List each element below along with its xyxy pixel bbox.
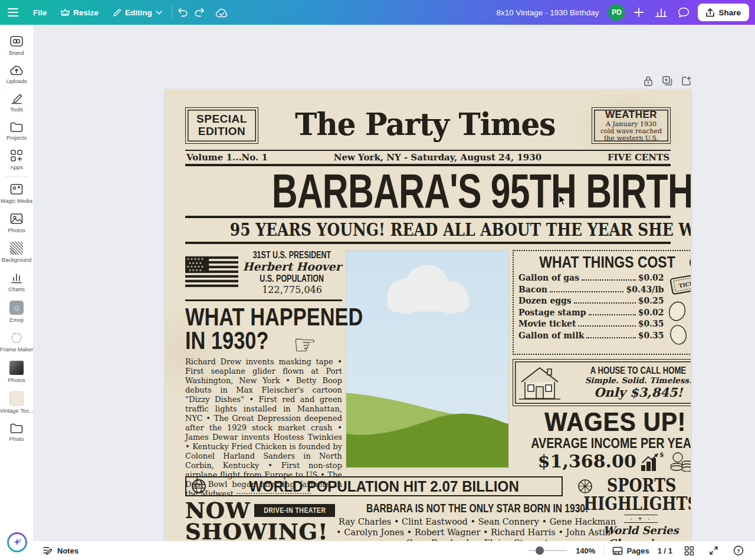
pointing-finger-icon: ☞ (293, 330, 316, 360)
sidebar-item-brand[interactable]: Brand (0, 31, 33, 60)
pages-button[interactable]: Pages (612, 546, 649, 555)
insights-button[interactable] (653, 4, 669, 21)
population-label: U.S. POPULATION (260, 274, 324, 284)
pages-icon (612, 546, 623, 555)
cloud-save-status-button[interactable] (214, 4, 230, 21)
landscape-photo-placeholder[interactable] (346, 250, 509, 468)
uploads-icon (9, 64, 24, 76)
population-banner[interactable]: WORLD POPULATION HIT 2.07 BILLION (185, 476, 563, 496)
house-illustration (518, 363, 562, 402)
statusbar-divider (603, 546, 604, 555)
cost-row: Postage stamp$0.02 (518, 307, 664, 319)
cost-row: Movie ticket$0.35 (518, 318, 664, 330)
page-controls (642, 74, 692, 87)
emoji-icon: ☺ (9, 301, 24, 315)
sidebar-item-projects[interactable]: Projects (0, 117, 33, 145)
editing-mode-selector[interactable]: Editing (106, 0, 169, 25)
sidebar-item-photos-result[interactable]: Photos (0, 357, 33, 387)
grid-view-button[interactable] (681, 542, 697, 559)
sidebar-label: Photos (8, 377, 25, 383)
zoom-level[interactable]: 140% (576, 546, 595, 555)
notes-label: Notes (57, 546, 78, 555)
sidebar-label: Projects (6, 134, 27, 141)
notes-button[interactable]: Notes (42, 546, 78, 555)
fullscreen-button[interactable] (705, 542, 722, 559)
volume-number: Volume 1...No. 1 (186, 152, 268, 163)
canva-assistant-button[interactable] (7, 532, 27, 552)
main-headline[interactable]: BARBARA'S 95TH BIRTHDAY (185, 167, 671, 215)
share-label: Share (718, 8, 741, 17)
president-label: 31ST U.S. PRESIDENT (253, 250, 331, 261)
magic-media-icon (9, 183, 24, 196)
svg-text:★ ★ ★ ★: ★ ★ ★ ★ (189, 268, 202, 272)
svg-text:$: $ (659, 451, 664, 459)
subheadline[interactable]: 95 YEARS YOUNG! READ ALL ABOUT THE YEAR … (185, 219, 671, 241)
sidebar-item-apps[interactable]: Apps (0, 145, 33, 174)
what-happened-title[interactable]: WHAT HAPPENED IN 1930?☞ (185, 305, 342, 354)
document-title[interactable]: 8x10 Vintage - 1930 Birthday (497, 8, 599, 17)
add-page-button[interactable] (680, 74, 692, 87)
sidebar-item-photos[interactable]: Photos (0, 208, 33, 238)
president-section[interactable]: ★ ★ ★ ★ ★★ ★ ★ ★★ ★ ★ ★ ★★ ★ ★ ★ 31ST U.… (185, 250, 342, 301)
sidebar-label: Vintage Tex... (0, 407, 34, 414)
main-menu-button[interactable] (0, 0, 26, 25)
pages-label: Pages (626, 546, 649, 555)
masthead-title[interactable]: The Party Times (258, 105, 592, 144)
costs-title: WHAT THINGS COST (540, 253, 675, 271)
sidebar-item-emoji[interactable]: ☺ Emoji (0, 297, 33, 327)
sidebar-label: Tools (10, 106, 23, 113)
house-ad-box[interactable]: A HOUSE TO CALL HOME Simple. Solid. Time… (513, 359, 691, 406)
edition-line2: EDITION (198, 126, 246, 138)
sidebar-item-frame-maker[interactable]: Frame Maker (0, 327, 33, 357)
special-edition-badge[interactable]: SPECIAL EDITION (185, 107, 258, 144)
invite-members-button[interactable] (631, 4, 647, 21)
sidebar-item-charts[interactable]: Charts (0, 267, 33, 297)
sidebar-item-uploads[interactable]: Uploads (0, 60, 33, 88)
photo-folder-icon (9, 422, 24, 434)
editing-label: Editing (125, 8, 152, 17)
sidebar-item-background[interactable]: Background (0, 238, 33, 267)
avatar[interactable]: PD (608, 4, 625, 21)
sidebar-item-photo-folder[interactable]: Photo (0, 418, 33, 446)
help-icon: ? (733, 545, 744, 556)
comments-button[interactable] (675, 4, 692, 21)
sidebar-label: Apps (10, 164, 23, 170)
sidebar-divider (5, 176, 28, 177)
sidebar-item-tools[interactable]: Tools (0, 88, 33, 117)
wages-section[interactable]: WAGES UP! AVERAGE INCOME PER YEAR $1,368… (513, 409, 691, 472)
fullscreen-icon (709, 546, 718, 555)
notes-icon (42, 546, 52, 555)
us-flag-illustration: ★ ★ ★ ★ ★★ ★ ★ ★★ ★ ★ ★ ★★ ★ ★ ★ (185, 250, 238, 294)
lock-page-button[interactable] (642, 74, 655, 87)
duplicate-page-button[interactable] (661, 74, 674, 87)
redo-button[interactable] (191, 4, 208, 21)
zoom-slider[interactable] (528, 550, 567, 551)
what-things-cost-box[interactable]: WHAT THINGS COST $ Gallon of gas$0.02 Ba… (513, 250, 691, 355)
design-page[interactable]: SPECIAL EDITION The Party Times WEATHER … (165, 90, 691, 560)
canvas-workspace[interactable]: SPECIAL EDITION The Party Times WEATHER … (33, 25, 755, 541)
globe-icon (191, 479, 206, 494)
zoom-slider-knob[interactable] (536, 546, 544, 555)
resize-button[interactable]: Resize (54, 0, 106, 25)
sidebar-item-vintage-texture[interactable]: Vintage Tex... (0, 387, 33, 418)
sparkle-icon (12, 537, 22, 548)
undo-button[interactable] (175, 4, 191, 21)
help-button[interactable]: ? (730, 542, 747, 559)
price: FIVE CENTS (608, 152, 669, 163)
wages-title: WAGES UP! (544, 409, 686, 436)
newspaper-columns: ★ ★ ★ ★ ★★ ★ ★ ★★ ★ ★ ★ ★★ ★ ★ ★ 31ST U.… (185, 250, 671, 472)
plus-icon (634, 8, 644, 17)
share-button[interactable]: Share (698, 4, 749, 21)
vintage-texture-icon (9, 391, 24, 406)
center-column (346, 250, 509, 472)
page-indicator: 1 / 1 (658, 546, 672, 555)
comment-bubble-icon (678, 7, 690, 18)
showing-word: SHOWING! (185, 521, 323, 542)
sidebar-label: Background (2, 256, 32, 263)
file-menu-button[interactable]: File (26, 0, 54, 25)
sidebar-item-magic-media[interactable]: Magic Media (0, 179, 33, 208)
photos-thumbnail-icon (9, 361, 24, 375)
eggs-illustration (667, 300, 687, 346)
weather-box[interactable]: WEATHER A January 1930 cold wave reached… (592, 107, 671, 144)
house-price: Only $3,845! (564, 386, 691, 400)
